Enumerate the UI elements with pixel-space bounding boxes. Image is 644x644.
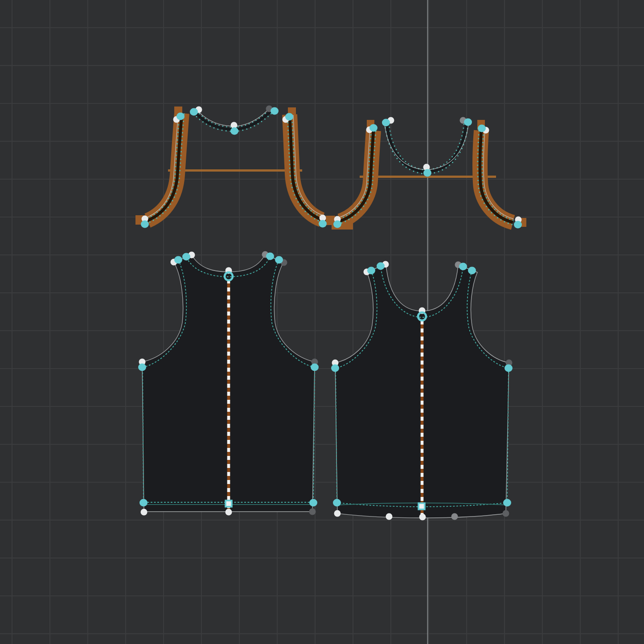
pattern-point-cyan[interactable]: [182, 253, 190, 261]
pattern-point-white[interactable]: [386, 513, 393, 520]
pattern-point-cyan[interactable]: [468, 267, 476, 275]
pattern-point-cyan[interactable]: [459, 263, 467, 271]
pattern-point-cyan[interactable]: [275, 256, 283, 264]
pattern-point-cyan[interactable]: [505, 365, 513, 372]
pattern-point-white[interactable]: [226, 509, 232, 516]
pattern-point-cyan[interactable]: [478, 125, 486, 132]
pattern-editor-viewport[interactable]: [0, 0, 644, 644]
pattern-point-cyan[interactable]: [333, 221, 341, 228]
pattern-point-darkgray[interactable]: [309, 509, 316, 515]
pattern-point-white[interactable]: [334, 510, 341, 517]
pattern-point-cyan[interactable]: [139, 499, 148, 507]
pattern-point-cyan[interactable]: [266, 253, 274, 260]
pattern-point-cyan[interactable]: [423, 169, 431, 177]
pattern-point-darkgray[interactable]: [503, 510, 509, 517]
pattern-point-gray[interactable]: [451, 513, 458, 520]
pattern-point-cyan[interactable]: [311, 364, 319, 371]
pattern-point-cyan[interactable]: [514, 221, 522, 229]
pattern-point-cyan[interactable]: [331, 365, 339, 372]
pattern-point-white[interactable]: [419, 514, 426, 521]
pattern-point-cyan[interactable]: [333, 499, 341, 507]
pattern-point-cyan[interactable]: [369, 124, 377, 132]
canvas-background: [0, 0, 644, 644]
pattern-point-cyan[interactable]: [190, 108, 198, 116]
pattern-point-cyan[interactable]: [382, 119, 390, 127]
pattern-point-cyan[interactable]: [230, 127, 238, 135]
pattern-point-cyan[interactable]: [285, 113, 293, 121]
pattern-point-cyan[interactable]: [271, 107, 279, 115]
pattern-point-cyan[interactable]: [367, 267, 375, 275]
pattern-point-square[interactable]: [418, 503, 425, 509]
pattern-point-white[interactable]: [141, 509, 148, 516]
pattern-point-cyan[interactable]: [141, 221, 149, 228]
pattern-point-cyan[interactable]: [319, 220, 327, 228]
pattern-point-cyan[interactable]: [176, 113, 185, 120]
pattern-point-cyan[interactable]: [377, 263, 385, 270]
pattern-point-cyan[interactable]: [464, 119, 472, 126]
pattern-point-square[interactable]: [226, 500, 232, 507]
pattern-point-cyan[interactable]: [503, 499, 511, 507]
pattern-canvas[interactable]: [0, 0, 644, 644]
pattern-point-cyan[interactable]: [138, 364, 146, 371]
pattern-point-cyan[interactable]: [309, 499, 317, 507]
pattern-point-cyan[interactable]: [174, 256, 182, 264]
